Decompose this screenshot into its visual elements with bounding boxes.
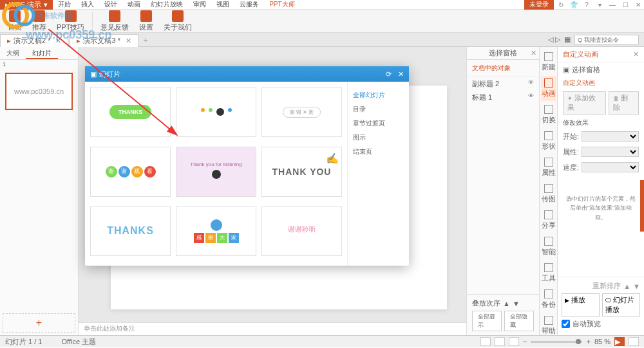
search-input[interactable] [574, 35, 639, 45]
slide-thumbnail[interactable]: www.pc0359.cn [5, 73, 73, 110]
tool-about[interactable]: 关于我们 [158, 9, 197, 33]
zoom-handle[interactable] [576, 339, 581, 344]
tool-tips[interactable]: PPT技巧 [52, 9, 90, 33]
visibility-icon[interactable]: 👁 [528, 79, 534, 89]
add-slide-button[interactable]: + [3, 313, 75, 333]
menu-cloud[interactable]: 云服务 [234, 0, 264, 9]
canvas-main[interactable]: ▣ 幻灯片 ⟳ ✕ THANKS 谢 谢 ✕ 赏 谢谢观看 Thank you … [79, 47, 466, 322]
object-item[interactable]: 副标题 2 👁 [467, 77, 539, 91]
dropdown-icon[interactable]: ▾ [44, 1, 48, 9]
down-icon[interactable]: ▼ [513, 300, 520, 307]
pane-close-icon[interactable]: ✕ [531, 49, 536, 57]
tool-feedback[interactable]: 意见反馈 [95, 9, 134, 33]
view-reading-icon[interactable] [509, 337, 519, 346]
side-new[interactable]: 新建 [541, 50, 556, 75]
side-upload[interactable]: 传图 [541, 181, 556, 206]
skin-icon[interactable]: 👕 [568, 0, 580, 9]
prop-select[interactable] [582, 147, 639, 157]
scrollbar[interactable] [640, 180, 644, 232]
view-sorter-icon[interactable] [495, 337, 505, 346]
tab-close-icon[interactable]: ✕ [126, 37, 131, 45]
template-item[interactable]: THANK YOU✍ [261, 147, 342, 197]
delete-effect-button[interactable]: 🗑 删除 [609, 91, 639, 114]
menu-slideshow[interactable]: 幻灯片放映 [146, 0, 188, 9]
object-name: 副标题 2 [472, 79, 499, 89]
grid-icon[interactable]: ▦ [564, 35, 571, 44]
show-all-button[interactable]: 全部显示 [472, 311, 502, 331]
cat-all[interactable]: 全部幻灯片 [353, 88, 404, 102]
menu-icon[interactable]: ▾ [594, 0, 605, 9]
login-button[interactable]: 未登录 [524, 0, 554, 10]
popup-close-icon[interactable]: ✕ [398, 70, 404, 78]
zoom-out-icon[interactable]: − [523, 338, 527, 345]
speed-select[interactable] [582, 162, 639, 172]
up-icon[interactable]: ▲ [503, 300, 510, 307]
side-shape[interactable]: 形状 [541, 129, 556, 154]
side-tools-btn[interactable]: 工具 [541, 261, 556, 286]
autoprev-checkbox[interactable] [562, 320, 570, 328]
menu-review[interactable]: 审阅 [188, 0, 211, 9]
cat-toc[interactable]: 目录 [353, 102, 404, 116]
sync-icon[interactable]: ↻ [555, 0, 567, 9]
template-item[interactable]: Thank you for listening [176, 147, 256, 197]
tab-slides[interactable]: 幻灯片 [26, 47, 58, 59]
side-share[interactable]: 分享 [541, 208, 556, 233]
play-slideshow-icon[interactable]: ▶ [614, 337, 625, 346]
tool-recommend[interactable]: 推荐 [27, 9, 52, 33]
minimize-icon[interactable]: — [607, 0, 618, 9]
close-icon[interactable]: ✕ [632, 0, 644, 9]
menu-pptmaster[interactable]: PPT大师 [264, 0, 299, 9]
help-icon[interactable]: ? [581, 0, 592, 9]
menu-design[interactable]: 设计 [99, 0, 122, 9]
template-item[interactable] [176, 87, 256, 137]
zoom-in-icon[interactable]: + [586, 338, 590, 345]
add-effect-button[interactable]: ✦ 添加效果 [563, 91, 606, 114]
tab-outline[interactable]: 大纲 [0, 47, 26, 59]
move-up-icon[interactable]: ▲ [623, 282, 630, 290]
tool-home[interactable]: 首页 [3, 9, 27, 33]
file-tab-2[interactable]: ▸ 演示文稿3 * ✕ [70, 34, 138, 47]
nav-btns[interactable]: ◁ ▷ [548, 35, 560, 44]
template-item[interactable]: 谢谢聆听· · · · · · [261, 206, 342, 256]
menu-view[interactable]: 视图 [211, 0, 234, 9]
template-item[interactable]: THANKS [90, 87, 171, 137]
side-anim[interactable]: 动画 [541, 76, 556, 101]
refresh-icon[interactable]: ⟳ [386, 70, 392, 78]
select-pane-icon[interactable]: ▣ [563, 66, 569, 74]
side-props[interactable]: 属性 [541, 155, 556, 180]
side-backup[interactable]: 备份 [541, 287, 556, 312]
hide-all-button[interactable]: 全部隐藏 [504, 311, 534, 331]
start-select[interactable] [582, 131, 639, 142]
add-tab-button[interactable]: + [140, 36, 151, 44]
template-item[interactable]: 谢 谢 ✕ 赏 [261, 87, 342, 137]
play-button[interactable]: ▶ 播放 [562, 293, 600, 316]
side-help[interactable]: 帮助 [541, 313, 556, 338]
maximize-icon[interactable]: ☐ [620, 0, 631, 9]
tool-settings[interactable]: 设置 [134, 9, 158, 33]
side-smart[interactable]: 智能 [541, 234, 556, 259]
file-tab-1[interactable]: ▸ 演示文稿2 * ✕ [0, 34, 68, 47]
side-transition[interactable]: 切换 [541, 102, 556, 127]
view-normal-icon[interactable] [480, 337, 491, 346]
object-item[interactable]: 标题 1 👁 [467, 91, 539, 104]
cat-section[interactable]: 章节过渡页 [353, 116, 404, 131]
zoom-slider[interactable] [531, 341, 582, 343]
visibility-icon[interactable]: 👁 [528, 93, 534, 102]
template-item[interactable]: THANKS [90, 206, 171, 256]
menu-start[interactable]: 开始 [53, 0, 76, 9]
menu-anim[interactable]: 动画 [122, 0, 146, 9]
select-pane-label[interactable]: 选择窗格 [572, 65, 600, 75]
template-item[interactable]: 感谢大家 [176, 206, 256, 256]
template-item[interactable]: 谢谢观看 [90, 147, 171, 197]
anim-close-icon[interactable]: ✕ [633, 50, 639, 59]
fit-icon[interactable] [629, 337, 639, 346]
notes-bar[interactable]: 单击此处添加备注 [79, 322, 466, 335]
tab-close-icon[interactable]: ✕ [55, 37, 61, 45]
move-down-icon[interactable]: ▼ [633, 282, 640, 290]
menu-insert[interactable]: 插入 [76, 0, 99, 9]
popup-header: ▣ 幻灯片 ⟳ ✕ [85, 66, 409, 82]
separator [92, 12, 93, 30]
slideshow-button[interactable]: 🖵 幻灯片播放 [602, 293, 640, 316]
cat-diagram[interactable]: 图示 [353, 131, 404, 145]
cat-end[interactable]: 结束页 [353, 145, 404, 159]
